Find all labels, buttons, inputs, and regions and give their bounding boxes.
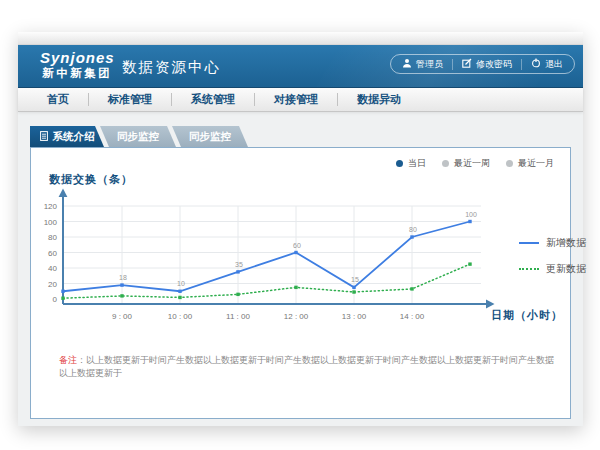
- x-axis-title: 日期（小时）: [491, 308, 563, 323]
- radio-today[interactable]: 当日: [396, 157, 426, 170]
- brand-logo-text-cn: 新中新集团: [40, 66, 115, 80]
- change-password-label: 修改密码: [476, 58, 512, 71]
- toolbar-divider: [452, 59, 453, 70]
- svg-text:13 : 00: 13 : 00: [342, 312, 367, 321]
- svg-text:60: 60: [293, 242, 301, 249]
- nav-item-integration-mgmt[interactable]: 对接管理: [255, 92, 337, 107]
- svg-text:9 : 00: 9 : 00: [112, 312, 133, 321]
- legend-item-updated-data[interactable]: 更新数据: [519, 262, 586, 276]
- chart-panel: 当日 最近一周 最近一月 数据交换（条） 0204060801001209 : …: [30, 147, 571, 419]
- power-icon: [531, 58, 541, 70]
- content-area: 系统介绍 同步监控 同步监控 当日 最近一周: [18, 112, 583, 426]
- nav-item-system-mgmt[interactable]: 系统管理: [172, 92, 254, 107]
- app-title: 数据资源中心: [122, 58, 221, 77]
- dotted-line-swatch: [519, 268, 539, 270]
- y-axis-title: 数据交换（条）: [49, 172, 133, 187]
- radio-last-month[interactable]: 最近一月: [506, 157, 554, 170]
- app-header: Synjones 新中新集团 数据资源中心 管理员 修改密码: [18, 45, 583, 88]
- radio-last-week[interactable]: 最近一周: [442, 157, 490, 170]
- footer-note-text: ：以上数据更新于时间产生数据以上数据更新于时间产生数据以上数据更新于时间产生数据…: [59, 355, 554, 378]
- app-window: Synjones 新中新集团 数据资源中心 管理员 修改密码: [18, 32, 583, 426]
- user-menu-button[interactable]: 管理员: [402, 58, 443, 71]
- brand-logo-text-en: Synjones: [40, 49, 115, 66]
- svg-text:100: 100: [44, 218, 58, 227]
- user-icon: [402, 58, 412, 70]
- svg-text:40: 40: [48, 264, 57, 273]
- chart-legend: 新增数据 更新数据: [519, 236, 586, 276]
- svg-text:10: 10: [177, 280, 185, 287]
- svg-text:60: 60: [48, 249, 57, 258]
- svg-text:15: 15: [351, 276, 359, 283]
- tab-bar: 系统介绍 同步监控 同步监控: [30, 126, 571, 147]
- logout-label: 退出: [545, 58, 563, 71]
- tab-system-intro[interactable]: 系统介绍: [30, 126, 104, 147]
- svg-text:80: 80: [48, 233, 57, 242]
- tab-label: 同步监控: [117, 130, 159, 144]
- footer-note-label: 备注: [59, 355, 77, 365]
- change-password-button[interactable]: 修改密码: [462, 58, 512, 71]
- svg-text:14 : 00: 14 : 00: [400, 312, 425, 321]
- svg-text:80: 80: [409, 226, 417, 233]
- window-top-strip: [18, 32, 583, 45]
- radio-label: 最近一周: [454, 157, 490, 170]
- svg-text:100: 100: [465, 211, 477, 218]
- user-toolbar: 管理员 修改密码 退出: [390, 54, 575, 74]
- brand-logo: Synjones 新中新集团: [40, 49, 115, 80]
- svg-text:0: 0: [53, 295, 58, 304]
- radio-dot: [442, 160, 449, 167]
- svg-text:12 : 00: 12 : 00: [284, 312, 309, 321]
- logout-button[interactable]: 退出: [531, 58, 563, 71]
- svg-text:120: 120: [44, 202, 58, 211]
- user-name-label: 管理员: [416, 58, 443, 71]
- legend-label: 新增数据: [546, 236, 586, 250]
- solid-line-swatch: [519, 242, 539, 244]
- svg-text:10 : 00: 10 : 00: [168, 312, 193, 321]
- nav-item-home[interactable]: 首页: [28, 92, 88, 107]
- radio-dot-selected: [396, 160, 403, 167]
- radio-dot: [506, 160, 513, 167]
- footer-note: 备注：以上数据更新于时间产生数据以上数据更新于时间产生数据以上数据更新于时间产生…: [59, 354, 559, 380]
- svg-text:20: 20: [48, 280, 57, 289]
- svg-text:11 : 00: 11 : 00: [226, 312, 250, 321]
- main-nav: 首页 标准管理 系统管理 对接管理 数据异动: [18, 88, 583, 112]
- line-chart: 0204060801001209 : 0010 : 0011 : 0012 : …: [31, 188, 571, 338]
- nav-item-data-change[interactable]: 数据异动: [338, 92, 420, 107]
- radio-label: 当日: [408, 157, 426, 170]
- nav-item-standard-mgmt[interactable]: 标准管理: [89, 92, 171, 107]
- radio-label: 最近一月: [518, 157, 554, 170]
- tab-sync-monitor-1[interactable]: 同步监控: [100, 126, 176, 147]
- edit-icon: [462, 58, 472, 70]
- period-selector: 当日 最近一周 最近一月: [396, 157, 554, 170]
- legend-label: 更新数据: [546, 262, 586, 276]
- document-icon: [40, 131, 48, 143]
- svg-text:18: 18: [119, 274, 127, 281]
- legend-item-new-data[interactable]: 新增数据: [519, 236, 586, 250]
- tab-label: 同步监控: [189, 130, 231, 144]
- toolbar-divider: [521, 59, 522, 70]
- tab-sync-monitor-2[interactable]: 同步监控: [172, 126, 248, 147]
- tab-label: 系统介绍: [53, 130, 95, 144]
- svg-text:35: 35: [235, 261, 243, 268]
